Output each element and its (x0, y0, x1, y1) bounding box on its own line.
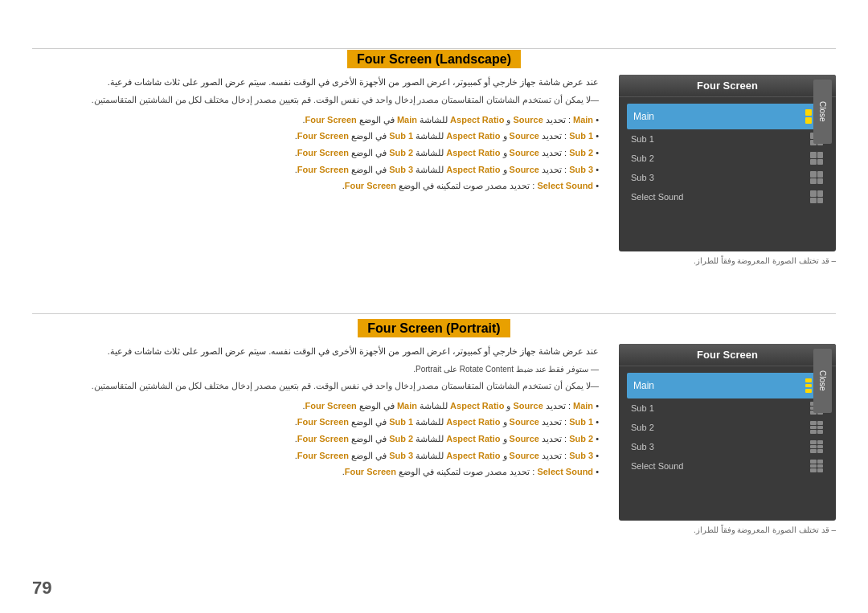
portrait-panel-row-sub1[interactable]: Sub 1 (627, 398, 828, 418)
panel-select-sound-label: Select Sound (631, 192, 683, 202)
portrait-panel-body: Main (619, 366, 836, 482)
portrait-panel-row-main[interactable]: Main (627, 373, 828, 398)
landscape-note1: لا يمكن أن تستخدم الشاشتان المتقاسمتان م… (32, 93, 599, 108)
portrait-intro: عند عرض شاشة جهاز خارجي أو كمبيوتر، اعرض… (32, 344, 599, 359)
list-item: Select Sound : تحديد مصدر صوت لتمكينه في… (32, 464, 599, 480)
list-item: Sub 1 : تحديد Source و Aspect Ratio للشا… (32, 415, 599, 430)
list-item: Sub 1 : تحديد Source و Aspect Ratio للشا… (32, 129, 599, 144)
panel-row-sub3[interactable]: Sub 3 (627, 168, 828, 187)
portrait-panel-sub3-label: Sub 3 (631, 442, 654, 452)
landscape-panel-note: – قد تختلف الصورة المعروضة وفقاً للطراز. (694, 256, 836, 265)
portrait-panel-row-sub3[interactable]: Sub 3 (627, 437, 828, 456)
portrait-content: عند عرض شاشة جهاز خارجي أو كمبيوتر، اعرض… (32, 344, 836, 534)
top-divider (32, 48, 836, 49)
list-item: Main : تحديد Source و Aspect Ratio للشاش… (32, 398, 599, 414)
sub3-grid-icon (809, 170, 824, 185)
panel-main-label: Main (633, 111, 654, 122)
landscape-items-list: Main : تحديد Source و Aspect Ratio للشاش… (32, 112, 599, 194)
portrait-close-button[interactable]: Close (813, 349, 832, 413)
list-item: Sub 3 : تحديد Source و Aspect Ratio للشا… (32, 448, 599, 464)
list-item: Sub 2 : تحديد Source و Aspect Ratio للشا… (32, 145, 599, 161)
portrait-panel-rows: Main (627, 373, 828, 476)
panel-row-main[interactable]: Main (627, 104, 828, 129)
portrait-panel-main-label: Main (633, 380, 654, 391)
portrait-note-rotate: — ستوفر فقط عند ضبط Rotate Content على P… (32, 362, 599, 376)
portrait-panel-sub2-label: Sub 2 (631, 423, 654, 432)
panel-sub3-label: Sub 3 (631, 173, 654, 182)
landscape-content: عند عرض شاشة جهاز خارجي أو كمبيوتر، اعرض… (32, 75, 836, 265)
landscape-title: Four Screen (Landscape) (347, 50, 521, 68)
portrait-sub3-grid-icon (809, 439, 824, 454)
portrait-ui-panel: Four Screen Main (619, 344, 836, 521)
panel-sub1-label: Sub 1 (631, 134, 654, 144)
section-portrait: Four Screen (Portrait) عند عرض شاشة جهاز… (32, 321, 836, 570)
portrait-title-container: Four Screen (Portrait) (32, 321, 836, 336)
portrait-sub2-grid-icon (809, 420, 824, 435)
portrait-panel-select-sound-label: Select Sound (631, 461, 683, 471)
portrait-text-area: عند عرض شاشة جهاز خارجي أو كمبيوتر، اعرض… (32, 344, 603, 534)
landscape-ui-panel: Four Screen Main (619, 75, 836, 251)
list-item: Sub 2 : تحديد Source و Aspect Ratio للشا… (32, 431, 599, 447)
portrait-title: Four Screen (Portrait) (358, 319, 510, 337)
mid-divider (32, 313, 836, 314)
portrait-items-list: Main : تحديد Source و Aspect Ratio للشاش… (32, 398, 599, 480)
portrait-panel-title: Four Screen (619, 344, 836, 366)
panel-row-sub1[interactable]: Sub 1 (627, 129, 828, 149)
panel-row-sub2[interactable]: Sub 2 (627, 149, 828, 168)
panel-row-select-sound[interactable]: Select Sound (627, 187, 828, 206)
landscape-title-container: Four Screen (Landscape) (32, 52, 836, 67)
page-container: 79 Four Screen (Landscape) عند عرض شاشة … (0, 0, 868, 613)
list-item: Main : تحديد Source و Aspect Ratio للشاش… (32, 112, 599, 128)
landscape-panel-body: Main Sub 1 (619, 97, 836, 213)
select-sound-grid-icon (809, 190, 824, 204)
landscape-intro: عند عرض شاشة جهاز خارجي أو كمبيوتر، اعرض… (32, 75, 599, 90)
landscape-panel-rows: Main Sub 1 (627, 104, 828, 206)
section-landscape: Four Screen (Landscape) عند عرض شاشة جها… (32, 52, 836, 301)
landscape-close-button[interactable]: Close (813, 80, 832, 144)
portrait-note1: لا يمكن أن تستخدم الشاشتان المتقاسمتان م… (32, 379, 599, 394)
portrait-panel-row-select-sound[interactable]: Select Sound (627, 456, 828, 476)
list-item: Sub 3 : تحديد Source و Aspect Ratio للشا… (32, 162, 599, 178)
portrait-select-sound-grid-icon (809, 459, 824, 473)
landscape-panel-title: Four Screen (619, 75, 836, 97)
portrait-panel-row-sub2[interactable]: Sub 2 (627, 418, 828, 437)
landscape-text-area: عند عرض شاشة جهاز خارجي أو كمبيوتر، اعرض… (32, 75, 603, 265)
panel-sub2-label: Sub 2 (631, 153, 654, 163)
portrait-panel-sub1-label: Sub 1 (631, 403, 654, 413)
page-number: 79 (32, 578, 51, 599)
list-item: Select Sound : تحديد مصدر صوت لتمكينه في… (32, 178, 599, 194)
portrait-panel-note: – قد تختلف الصورة المعروضة وفقاً للطراز. (694, 525, 836, 534)
sub2-grid-icon (809, 151, 824, 166)
